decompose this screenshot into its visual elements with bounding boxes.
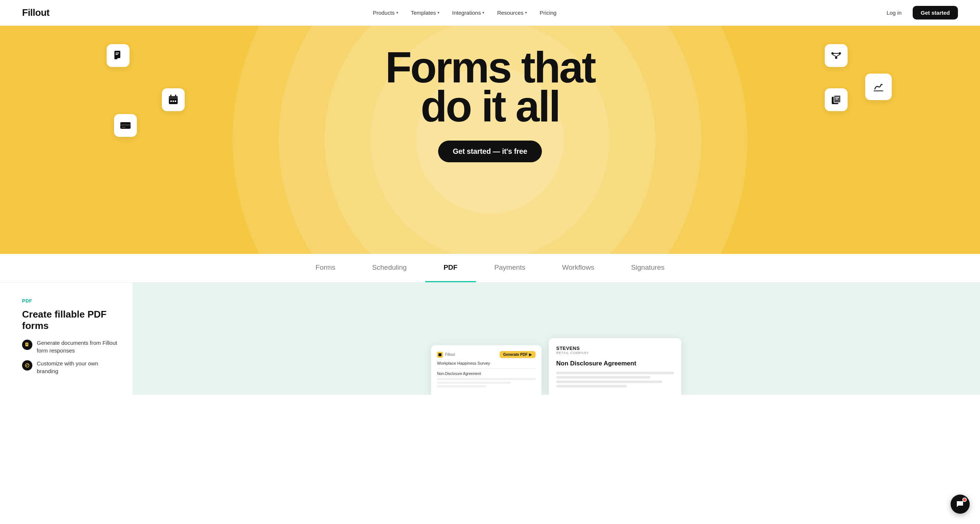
- tab-payments[interactable]: Payments: [476, 254, 544, 282]
- nav-menu: Products ▾ Templates ▾ Integrations ▾ Re…: [368, 6, 562, 19]
- float-icon-calendar: [162, 88, 185, 111]
- svg-line-8: [832, 54, 836, 57]
- company-name: STEVENS: [556, 346, 674, 351]
- chevron-down-icon: ▾: [482, 10, 484, 15]
- navbar-actions: Log in Get started: [880, 6, 958, 19]
- svg-rect-14: [170, 100, 172, 102]
- svg-rect-27: [26, 344, 28, 345]
- svg-point-4: [831, 52, 834, 54]
- hero-cta-button[interactable]: Get started — it's free: [438, 140, 542, 162]
- svg-point-6: [835, 57, 837, 59]
- svg-rect-23: [835, 99, 838, 99]
- float-icon-copy: [825, 88, 848, 111]
- chevron-down-icon: ▾: [438, 10, 440, 15]
- nav-pricing[interactable]: Pricing: [535, 6, 562, 19]
- generate-pdf-button[interactable]: Generate PDF ▶: [500, 351, 536, 358]
- preview-document-card: STEVENS RETAIL COMPANY Non Disclosure Ag…: [549, 338, 681, 395]
- svg-rect-12: [170, 95, 172, 97]
- preview-nda-label: Non-Disclosure Agreement: [437, 372, 536, 376]
- svg-rect-1: [115, 56, 117, 59]
- preview-form-title: Workplace Happiness Survey: [437, 361, 536, 365]
- feature-icon-1: [22, 340, 32, 350]
- chevron-down-icon: ▾: [396, 10, 398, 15]
- company-subtitle: RETAIL COMPANY: [556, 351, 674, 355]
- pdf-description: PDF Create fillable PDF forms Generate d…: [0, 283, 132, 395]
- fillout-logo-icon: [437, 352, 443, 358]
- feature-item-1: Generate documents from Fillout form res…: [22, 339, 118, 354]
- float-icon-document: [107, 44, 129, 67]
- svg-rect-2: [116, 53, 119, 53]
- feature-tabs: Forms Scheduling PDF Payments Workflows …: [0, 254, 980, 283]
- navbar: Fillout Products ▾ Templates ▾ Integrati…: [0, 0, 980, 26]
- svg-rect-15: [173, 100, 174, 102]
- float-icon-sign: [865, 73, 892, 100]
- bottom-section: PDF Create fillable PDF forms Generate d…: [0, 283, 980, 395]
- pdf-title: Create fillable PDF forms: [22, 309, 118, 331]
- svg-rect-13: [175, 95, 176, 97]
- nav-resources[interactable]: Resources ▾: [492, 6, 532, 19]
- preview-form-card: Fillout Generate PDF ▶ Workplace Happine…: [431, 345, 541, 395]
- svg-rect-26: [26, 344, 28, 344]
- nav-templates[interactable]: Templates ▾: [406, 6, 445, 19]
- float-icon-flow: [825, 44, 848, 67]
- svg-rect-29: [439, 353, 441, 356]
- preview-form-header: Fillout Generate PDF ▶: [437, 351, 536, 358]
- nav-products[interactable]: Products ▾: [368, 6, 403, 19]
- logo[interactable]: Fillout: [22, 7, 49, 18]
- hero-headline: Forms that do it all: [385, 48, 595, 126]
- tab-forms[interactable]: Forms: [297, 254, 354, 282]
- login-button[interactable]: Log in: [880, 6, 908, 19]
- hero-content: Forms that do it all Get started — it's …: [385, 48, 595, 162]
- feature-text-2: Customize with your own branding: [37, 360, 118, 375]
- tab-scheduling[interactable]: Scheduling: [354, 254, 425, 282]
- tab-pdf[interactable]: PDF: [425, 254, 476, 282]
- pdf-preview-area: Fillout Generate PDF ▶ Workplace Happine…: [132, 283, 980, 395]
- svg-rect-3: [116, 54, 118, 55]
- preview-logo: Fillout: [437, 352, 455, 358]
- svg-line-9: [836, 54, 840, 57]
- feature-icon-2: [22, 360, 32, 371]
- svg-rect-11: [169, 96, 178, 99]
- svg-rect-19: [122, 127, 126, 128]
- svg-rect-16: [175, 100, 176, 102]
- chevron-down-icon: ▾: [525, 10, 527, 15]
- float-icon-card: [114, 114, 137, 137]
- svg-rect-18: [120, 124, 130, 126]
- svg-point-5: [839, 52, 841, 54]
- feature-text-1: Generate documents from Fillout form res…: [37, 339, 118, 354]
- pdf-badge: PDF: [22, 298, 32, 304]
- nav-integrations[interactable]: Integrations ▾: [447, 6, 490, 19]
- svg-rect-22: [835, 97, 839, 98]
- getstarted-button[interactable]: Get started: [913, 6, 958, 19]
- document-title: Non Disclosure Agreement: [556, 360, 674, 367]
- tabs-row: Forms Scheduling PDF Payments Workflows …: [0, 254, 980, 282]
- hero-section: Forms that do it all Get started — it's …: [0, 26, 980, 254]
- tab-signatures[interactable]: Signatures: [612, 254, 683, 282]
- tab-workflows[interactable]: Workflows: [544, 254, 612, 282]
- feature-item-2: Customize with your own branding: [22, 360, 118, 375]
